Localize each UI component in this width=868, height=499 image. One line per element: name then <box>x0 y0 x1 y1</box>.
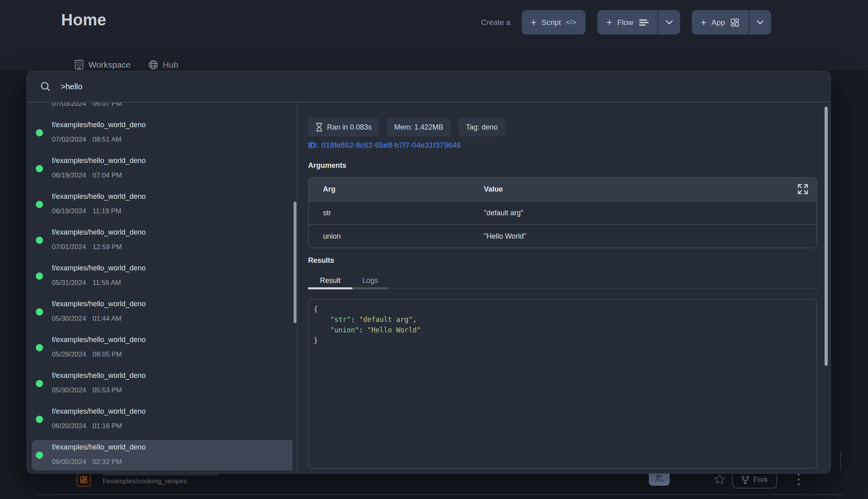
background-row-divider <box>35 494 845 495</box>
run-timestamp: 06/19/202411:19 PM <box>52 207 121 215</box>
fork-button[interactable]: Fork <box>732 471 777 489</box>
tab-result[interactable]: Result <box>308 274 352 289</box>
flow-icon <box>638 18 649 27</box>
run-list-item[interactable]: f/examples/hello_world_deno 07/03/202406… <box>32 103 292 112</box>
background-divider <box>840 450 841 470</box>
arguments-table-row: union "Hello World" <box>309 224 816 247</box>
run-list-item[interactable]: f/examples/hello_world_deno 06/05/202402… <box>32 440 292 470</box>
building-icon <box>74 60 84 70</box>
arguments-table-header: Arg Value <box>309 178 816 201</box>
run-timestamp: 07/01/202412:59 PM <box>52 243 122 251</box>
tab-workspace[interactable]: Workspace <box>74 60 131 70</box>
duration-badge-label: Ran in 0.083s <box>327 123 372 132</box>
run-list-item[interactable]: f/examples/hello_world_deno 05/30/202401… <box>32 297 292 327</box>
memory-badge-label: Mem: 1.422MB <box>394 123 443 132</box>
run-path: f/examples/hello_world_deno <box>52 336 146 344</box>
create-script-button-group: + Script </> <box>522 10 586 35</box>
success-dot-icon <box>36 201 43 208</box>
script-button-label: Script <box>541 18 561 27</box>
success-dot-icon <box>36 308 43 315</box>
run-list-item[interactable]: f/examples/hello_world_deno 06/19/202411… <box>32 189 292 220</box>
arguments-heading: Arguments <box>308 161 346 170</box>
result-output-box: { "str": "default arg", "union": "Hello … <box>308 299 817 469</box>
success-dot-icon <box>36 165 43 172</box>
fork-button-label: Fork <box>753 476 768 484</box>
run-timestamp: 06/19/202407:04 PM <box>52 171 122 179</box>
code-icon: </> <box>566 19 577 27</box>
run-path: f/examples/hello_world_deno <box>52 228 146 237</box>
chevron-down-icon <box>757 20 764 25</box>
tab-logs[interactable]: Logs <box>352 274 388 289</box>
create-app-button[interactable]: + App <box>692 10 749 35</box>
favorite-star-icon[interactable] <box>714 474 725 485</box>
run-list-item[interactable]: f/examples/hello_world_deno 06/19/202407… <box>32 153 292 184</box>
success-dot-icon <box>36 416 43 423</box>
run-list-item[interactable]: f/examples/hello_world_deno 05/31/202411… <box>32 261 292 291</box>
success-dot-icon <box>36 272 43 280</box>
run-list-item[interactable]: f/examples/hello_world_deno 07/02/202408… <box>32 118 292 148</box>
result-tabs: Result Logs <box>308 274 817 289</box>
chevron-down-icon <box>666 20 673 25</box>
create-script-button[interactable]: + Script </> <box>522 10 586 35</box>
tab-hub-label: Hub <box>163 60 179 70</box>
arg-value: "Hello World" <box>484 232 816 241</box>
flow-dropdown-chevron[interactable] <box>658 10 680 35</box>
tab-hub[interactable]: Hub <box>148 60 179 70</box>
detail-scrollbar[interactable] <box>825 107 828 366</box>
run-path: f/examples/hello_world_deno <box>52 264 146 272</box>
users-icon <box>654 474 664 483</box>
run-timestamp: 07/03/202406:07 PM <box>52 103 122 108</box>
col-arg: Arg <box>309 185 484 194</box>
col-value: Value <box>484 185 816 194</box>
search-bar[interactable]: >hello <box>27 71 831 102</box>
success-dot-icon <box>36 452 43 459</box>
run-id-label: ID: <box>308 141 318 149</box>
run-list-item[interactable]: f/examples/hello_world_deno 05/30/202405… <box>32 368 292 399</box>
run-id-row: ID:018fe862-8c62-65e8-b7f7-04e31f379646 <box>308 141 461 150</box>
create-app-button-group: + App <box>692 10 771 35</box>
search-input[interactable]: >hello <box>61 82 82 91</box>
plus-icon: + <box>701 17 707 27</box>
list-scrollbar[interactable] <box>294 202 296 323</box>
create-toolbar: Create a + Script </> + Flow + App <box>481 10 771 35</box>
layout-dashboard-icon <box>80 476 88 484</box>
page-title: Home <box>61 11 106 29</box>
run-id-link[interactable]: 018fe862-8c62-65e8-b7f7-04e31f379646 <box>321 141 461 149</box>
background-item-path[interactable]: f/examples/cooking_recipes <box>103 477 187 485</box>
tag-badge: Tag: deno <box>459 118 505 136</box>
duration-badge: Ran in 0.083s <box>308 118 379 136</box>
run-list-item[interactable]: f/examples/hello_world_deno 06/20/202401… <box>32 404 292 435</box>
success-dot-icon <box>36 129 43 136</box>
tag-badge-label: Tag: deno <box>466 123 498 132</box>
arg-name: union <box>309 232 484 241</box>
run-path: f/examples/hello_world_deno <box>52 121 146 129</box>
expand-icon[interactable] <box>797 183 809 195</box>
command-palette-modal: >hello f/examples/hello_world_deno 07/03… <box>27 71 831 474</box>
run-timestamp: 05/29/202408:05 PM <box>52 351 122 359</box>
arg-name: str <box>309 209 484 217</box>
run-path: f/examples/hello_world_deno <box>52 407 146 416</box>
plus-icon: + <box>606 17 612 27</box>
run-path: f/examples/hello_world_deno <box>52 192 146 201</box>
run-path: f/examples/hello_world_deno <box>52 300 146 308</box>
create-a-label: Create a <box>481 18 510 27</box>
divider <box>297 103 298 474</box>
run-list-item[interactable]: f/examples/hello_world_deno 05/29/202408… <box>32 332 292 363</box>
run-list-item[interactable]: f/examples/hello_world_deno 07/01/202412… <box>32 225 292 256</box>
run-timestamp: 06/20/202401:16 PM <box>52 422 122 430</box>
arguments-table: Arg Value str "default arg" union "Hello… <box>308 177 817 248</box>
run-timestamp: 07/02/202408:51 AM <box>52 136 121 144</box>
result-json: { "str": "default arg", "union": "Hello … <box>314 304 816 346</box>
run-timestamp: 05/30/202405:53 PM <box>52 386 122 394</box>
search-icon <box>40 81 51 92</box>
create-flow-button[interactable]: + Flow <box>597 10 657 35</box>
run-timestamp: 05/31/202411:56 AM <box>52 279 121 287</box>
run-badges: Ran in 0.083s Mem: 1.422MB Tag: deno <box>308 118 505 136</box>
success-dot-icon <box>36 344 43 351</box>
success-dot-icon <box>36 380 43 387</box>
run-timestamp: 05/30/202401:44 AM <box>52 315 121 323</box>
globe-icon <box>148 60 158 70</box>
kebab-menu-icon[interactable] <box>796 474 800 485</box>
app-dropdown-chevron[interactable] <box>749 10 771 35</box>
success-dot-icon <box>36 237 43 244</box>
